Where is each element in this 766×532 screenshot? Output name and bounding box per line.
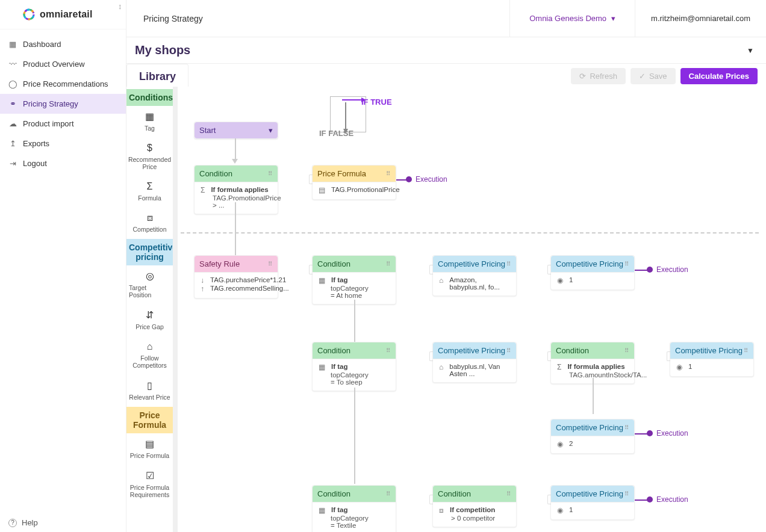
nav-pricing-strategy[interactable]: ⚭Pricing Strategy [0,94,126,114]
drag-icon[interactable]: ⠿ [268,261,273,267]
nav-dashboard[interactable]: ▦Dashboard [0,34,126,54]
eye-icon: ◉ [676,363,682,371]
lib-item-price-formula-requirements[interactable]: ☑Price Formula Requirements [126,465,173,504]
lib-item-formula[interactable]: ΣFormula [126,176,173,208]
tag-icon: ▦ [319,276,325,285]
node-competitive-pricing-5[interactable]: Competitive Pricing⠿ ◉1 [550,485,635,520]
node-competitive-pricing-right[interactable]: Competitive Pricing⠿ ◉1 [670,342,754,377]
drag-icon[interactable]: ⠿ [386,170,391,177]
library-section-competitive: Competitive pricing [126,239,173,265]
exec-label: Execution [656,429,688,438]
exec-dot-icon [406,176,412,182]
help-link[interactable]: ? Help [8,518,38,527]
lib-item-competition[interactable]: ⧈Competition [126,208,173,239]
nav-label: Pricing Strategy [23,99,78,108]
drag-icon[interactable]: ⠿ [624,347,629,354]
drag-icon[interactable]: ⠿ [506,261,511,267]
page-title: Pricing Strategy [126,14,509,23]
user-email[interactable]: m.ritzheim@omniaretail.com [635,14,766,23]
nav-price-recommendations[interactable]: ◯Price Recommendations [0,74,126,94]
node-competitive-pricing-1[interactable]: Competitive Pricing⠿ ⌂Amazon, babyplus.n… [432,255,517,296]
node-body-sub: topCategory [319,285,391,292]
drag-icon[interactable]: ⠿ [506,347,511,354]
competition-icon: ⧈ [147,212,153,223]
refresh-button[interactable]: ⟳Refresh [571,68,626,84]
refresh-label: Refresh [590,72,617,81]
exec-connector [635,500,648,501]
node-condition-2[interactable]: Condition⠿ ▦If tag topCategory = At home [312,255,396,305]
lib-label: Recommended Price [128,156,171,170]
nav-exports[interactable]: ↥Exports [0,134,126,153]
portal-picker[interactable]: Omnia Genesis Demo ▾ [510,14,635,23]
node-competitive-pricing-4[interactable]: Competitive Pricing⠿ ◉2 [550,419,635,454]
node-competitive-pricing-3[interactable]: Competitive Pricing⠿ ⌂babyplus.nl, Van A… [432,342,517,383]
node-price-formula[interactable]: Price Formula⠿ ▤TAG.PromotionalPrice [312,165,396,200]
lib-label: Tag [145,125,155,132]
library-tab[interactable]: Library [126,64,188,87]
exec-connector [635,270,648,271]
node-title: Competitive Pricing [438,346,505,355]
edge [235,202,236,255]
calculate-prices-button[interactable]: Calculate Prices [680,68,758,84]
lib-item-recommended-price[interactable]: $Recommended Price [126,138,173,176]
drag-icon[interactable]: ⠿ [386,347,391,354]
canvas[interactable]: IF TRUE IF FALSE Start▾ Condition⠿ ΣIf f… [181,88,766,532]
lib-item-target-position[interactable]: ◎Target Position [126,265,173,305]
nav-product-import[interactable]: ☁Product import [0,114,126,134]
lib-item-relevant-price[interactable]: ▯Relevant Price [126,375,173,407]
sigma-icon: Σ [147,181,153,192]
eye-icon: ◉ [557,276,563,285]
drag-icon[interactable]: ⠿ [624,261,629,267]
edge [354,388,355,484]
node-start[interactable]: Start▾ [194,122,278,139]
drag-icon[interactable]: ⠿ [744,347,749,354]
node-condition-5[interactable]: Condition⠿ ⧈If competition > 0 competito… [432,485,517,527]
exec-label: Execution [656,495,688,504]
node-title: Condition [317,346,350,355]
lib-item-price-formula[interactable]: ▤Price Formula [126,433,173,465]
lib-label: Price Formula [130,452,169,459]
nav-product-overview[interactable]: 〰Product Overview [0,54,126,74]
node-body-sub: = At home [319,292,391,299]
node-condition-1[interactable]: Condition⠿ ΣIf formula applies TAG.Promo… [194,165,278,214]
chart-icon: 〰 [8,60,17,69]
drag-icon[interactable]: ⠿ [268,170,273,177]
node-body: TAG.PromotionalPrice [331,186,400,193]
eye-icon: ◉ [557,506,563,515]
caret-down-icon[interactable]: ▾ [269,126,273,135]
nav-label: Product import [23,119,74,128]
sidebar: ⤡ omniaretail ▦Dashboard 〰Product Overvi… [0,0,126,532]
drag-icon[interactable]: ⠿ [624,490,629,497]
gap-icon: ⇵ [146,309,154,321]
tag-icon: ▦ [319,363,325,371]
node-condition-4[interactable]: Condition⠿ ▦If tag topCategory = Textile [312,485,396,532]
lib-item-price-gap[interactable]: ⇵Price Gap [126,305,173,336]
node-safety-rule[interactable]: Safety Rule⠿ ↓TAG.purchasePrice*1.21 ↑TA… [194,255,278,298]
save-label: Save [649,72,667,81]
formula-icon: ▤ [145,438,154,450]
node-body-sub: = Textile [319,522,391,529]
node-condition-3[interactable]: Condition⠿ ▦If tag topCategory = To slee… [312,342,396,391]
drag-icon[interactable]: ⠿ [624,424,629,431]
connector [547,265,551,274]
edge [354,300,355,342]
drag-icon[interactable]: ⠿ [386,261,391,267]
exec-label: Execution [416,175,447,184]
nav-label: Logout [23,159,47,168]
connector [429,495,433,504]
drag-icon[interactable]: ⠿ [386,490,391,497]
shop-icon: ⌂ [439,363,443,371]
drag-icon[interactable]: ⠿ [506,490,511,497]
lib-item-tag[interactable]: ▦Tag [126,106,173,138]
expand-toggle-icon[interactable]: ▼ [747,46,758,55]
target-icon: ◎ [146,270,154,282]
edge [235,138,236,160]
lib-item-follow-competitors[interactable]: ⌂Follow Competitors [126,336,173,375]
nav-logout[interactable]: ⇥Logout [0,153,126,173]
shop-icon: ⌂ [439,276,443,285]
save-button[interactable]: ✓Save [631,68,676,84]
sigma-icon: Σ [201,186,205,194]
node-competitive-pricing-2[interactable]: Competitive Pricing⠿ ◉1 [550,255,635,290]
help-label: Help [22,518,38,527]
strategy-icon: ⚭ [8,99,17,108]
